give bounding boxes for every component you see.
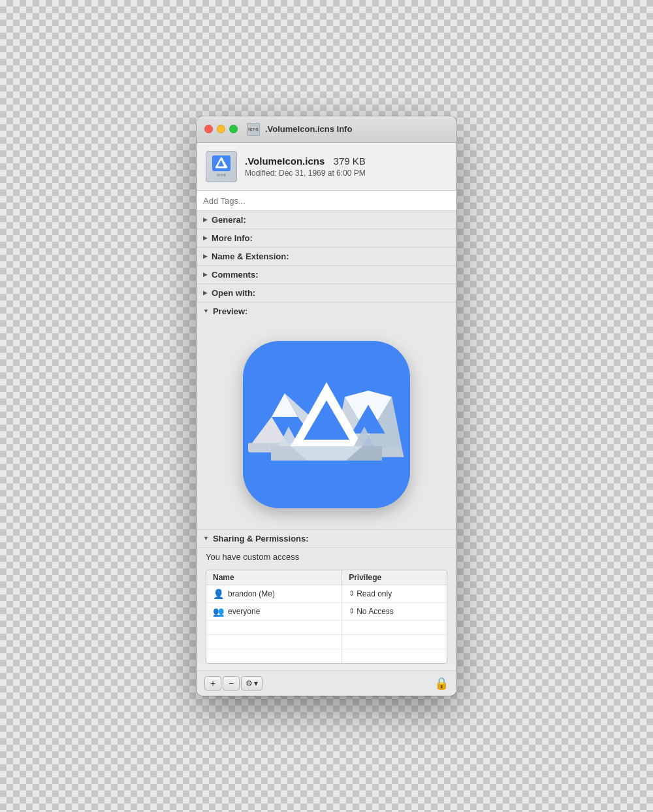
sharing-permissions-header[interactable]: ▼ Sharing & Permissions: bbox=[197, 530, 456, 548]
user-cell: 👥 everyone bbox=[206, 602, 342, 620]
info-window: icns .VolumeIcon.icns Info icns .VolumeI… bbox=[197, 116, 456, 696]
file-name: .VolumeIcon.icns bbox=[245, 155, 325, 167]
privilege-arrows-icon: ⇕ bbox=[349, 607, 355, 615]
privilege-arrows-icon: ⇕ bbox=[349, 589, 355, 598]
collapsed-triangle-icon: ▶ bbox=[203, 271, 208, 278]
preview-section-header[interactable]: ▼ Preview: bbox=[197, 302, 456, 320]
file-type-icon: icns bbox=[206, 151, 237, 182]
expanded-triangle-icon: ▼ bbox=[203, 308, 209, 314]
section-sharing-permissions: ▼ Sharing & Permissions: You have custom… bbox=[197, 530, 456, 664]
person-icon: 👤 bbox=[213, 589, 224, 599]
custom-access-text: You have custom access bbox=[197, 548, 456, 567]
minimize-button[interactable] bbox=[217, 125, 225, 133]
titlebar: icns .VolumeIcon.icns Info bbox=[197, 116, 456, 143]
permissions-table-wrapper: Name Privilege 👤 brandon (Me) bbox=[206, 570, 447, 664]
user-name: brandon (Me) bbox=[228, 589, 275, 598]
col-header-privilege: Privilege bbox=[342, 570, 447, 585]
file-size: 379 KB bbox=[334, 155, 366, 167]
section-open-with-label: Open with: bbox=[212, 288, 255, 298]
section-comments-label: Comments: bbox=[212, 270, 259, 280]
file-header: icns .VolumeIcon.icns 379 KB Modified: D… bbox=[197, 143, 456, 191]
google-drive-logo-final bbox=[271, 376, 382, 474]
bottom-toolbar: + − ⚙ ▾ 🔒 bbox=[197, 670, 456, 696]
table-row-empty bbox=[206, 649, 447, 663]
section-preview-label: Preview: bbox=[213, 306, 247, 316]
sharing-permissions-label: Sharing & Permissions: bbox=[213, 534, 309, 544]
chevron-down-icon: ▾ bbox=[254, 679, 258, 688]
minus-icon: − bbox=[229, 678, 234, 689]
preview-image bbox=[243, 341, 410, 508]
titlebar-file-icon: icns bbox=[247, 123, 260, 136]
maximize-button[interactable] bbox=[229, 125, 238, 133]
file-info: .VolumeIcon.icns 379 KB Modified: Dec 31… bbox=[245, 155, 366, 178]
table-row: 👤 brandon (Me) ⇕ Read only bbox=[206, 585, 447, 602]
section-open-with[interactable]: ▶ Open with: bbox=[197, 284, 456, 302]
collapsed-triangle-icon: ▶ bbox=[203, 253, 208, 259]
section-preview: ▼ Preview: bbox=[197, 302, 456, 530]
group-icon: 👥 bbox=[213, 606, 224, 617]
section-more-info[interactable]: ▶ More Info: bbox=[197, 229, 456, 248]
file-name-row: .VolumeIcon.icns 379 KB bbox=[245, 155, 366, 167]
col-header-name: Name bbox=[206, 570, 342, 585]
collapsed-triangle-icon: ▶ bbox=[203, 289, 208, 296]
table-row-empty bbox=[206, 634, 447, 649]
privilege-cell[interactable]: ⇕ Read only bbox=[342, 585, 447, 602]
gear-button[interactable]: ⚙ ▾ bbox=[241, 676, 263, 690]
expanded-triangle-icon: ▼ bbox=[203, 535, 209, 542]
collapsed-triangle-icon: ▶ bbox=[203, 216, 208, 223]
user-name: everyone bbox=[228, 607, 260, 616]
table-row: 👥 everyone ⇕ No Access bbox=[206, 602, 447, 620]
traffic-lights bbox=[204, 125, 238, 133]
collapsed-triangle-icon: ▶ bbox=[203, 235, 208, 241]
tags-input[interactable] bbox=[203, 196, 450, 206]
toolbar-left-buttons: + − ⚙ ▾ bbox=[204, 676, 263, 690]
section-comments[interactable]: ▶ Comments: bbox=[197, 266, 456, 284]
remove-button[interactable]: − bbox=[223, 676, 240, 690]
preview-content bbox=[197, 320, 456, 529]
add-button[interactable]: + bbox=[204, 676, 221, 690]
privilege-value: Read only bbox=[357, 589, 392, 598]
plus-icon: + bbox=[210, 678, 215, 689]
gear-icon: ⚙ bbox=[246, 679, 253, 688]
section-name-extension[interactable]: ▶ Name & Extension: bbox=[197, 248, 456, 266]
lock-icon[interactable]: 🔒 bbox=[434, 676, 449, 690]
close-button[interactable] bbox=[204, 125, 213, 133]
section-general[interactable]: ▶ General: bbox=[197, 211, 456, 229]
file-modified: Modified: Dec 31, 1969 at 6:00 PM bbox=[245, 169, 366, 178]
privilege-cell[interactable]: ⇕ No Access bbox=[342, 602, 447, 620]
tags-section[interactable] bbox=[197, 191, 456, 211]
permissions-table: Name Privilege 👤 brandon (Me) bbox=[206, 570, 447, 664]
section-name-extension-label: Name & Extension: bbox=[212, 252, 289, 261]
user-cell: 👤 brandon (Me) bbox=[206, 585, 342, 602]
section-general-label: General: bbox=[212, 215, 246, 225]
section-more-info-label: More Info: bbox=[212, 233, 253, 243]
privilege-value: No Access bbox=[357, 607, 394, 616]
table-row-empty bbox=[206, 620, 447, 634]
window-title: .VolumeIcon.icns Info bbox=[265, 124, 449, 134]
